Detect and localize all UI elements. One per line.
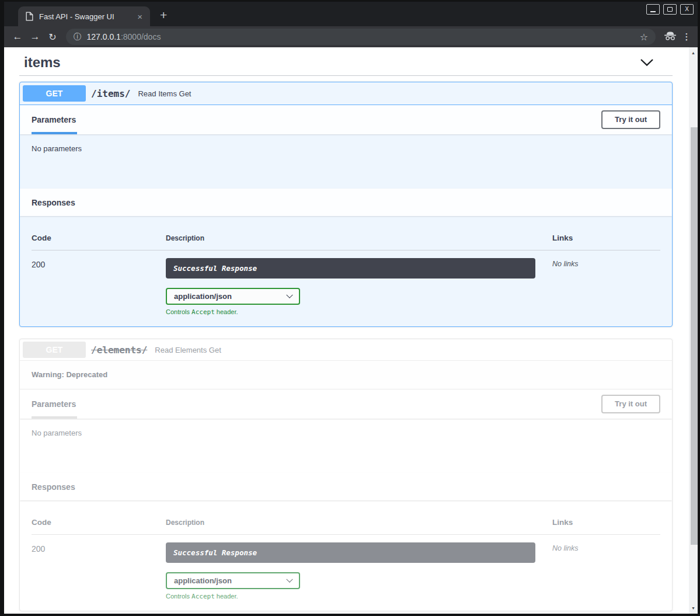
accept-header-note: Controls Accept header. xyxy=(166,308,552,316)
deprecated-warning: Warning: Deprecated xyxy=(20,361,672,389)
response-row: 200 Successful Response application/json… xyxy=(32,535,660,600)
accept-header-note: Controls Accept header. xyxy=(166,593,552,600)
description-column-header: Description xyxy=(166,234,552,242)
tab-close-icon[interactable]: × xyxy=(135,12,144,22)
links-column-header: Links xyxy=(552,518,660,527)
scroll-up-icon[interactable]: ▲ xyxy=(689,48,698,57)
page-content: ▲ ▼ items GET /items/ xyxy=(4,47,698,614)
tag-title: items xyxy=(24,54,61,71)
address-bar[interactable]: ⓘ 127.0.0.1:8000/docs ☆ xyxy=(66,29,656,45)
scrollbar-thumb[interactable] xyxy=(691,127,698,545)
no-parameters-text: No parameters xyxy=(32,144,82,153)
op-path: /elements/ xyxy=(91,344,147,356)
description-column-header: Description xyxy=(166,518,552,527)
scrollbar-track[interactable]: ▲ ▼ xyxy=(689,47,698,614)
opblock-summary[interactable]: GET /items/ Read Items Get xyxy=(20,82,672,105)
parameters-body: No parameters xyxy=(20,134,672,189)
window-close-button[interactable]: X xyxy=(680,4,694,15)
window-maximize-button[interactable] xyxy=(663,4,677,15)
parameters-tab-underline xyxy=(32,416,77,419)
select-chevron-icon xyxy=(286,291,292,298)
parameters-tab[interactable]: Parameters xyxy=(32,115,76,124)
response-code: 200 xyxy=(32,542,166,600)
window-body: Fast API - Swagger UI × + X ← → ↻ ⓘ 127.… xyxy=(4,2,698,614)
scroll-down-icon[interactable]: ▼ xyxy=(689,604,698,612)
window-controls: X xyxy=(646,4,694,15)
response-description-text: Successful Response xyxy=(173,548,257,557)
parameters-tab-underline xyxy=(32,132,77,134)
op-summary-text: Read Elements Get xyxy=(155,346,221,354)
new-tab-button[interactable]: + xyxy=(158,8,169,22)
browser-toolbar: ← → ↻ ⓘ 127.0.0.1:8000/docs ☆ ⋮ xyxy=(4,26,698,47)
opblock-get-elements-deprecated: GET /elements/ Read Elements Get Warning… xyxy=(19,339,673,611)
media-type-value: application/json xyxy=(174,292,232,301)
response-description-box: Successful Response xyxy=(166,542,535,563)
responses-title: Responses xyxy=(32,198,75,207)
url-text: 127.0.0.1:8000/docs xyxy=(87,32,161,41)
site-info-icon[interactable]: ⓘ xyxy=(74,32,82,42)
response-description-cell: Successful Response application/json Con… xyxy=(166,542,552,600)
parameters-header: Parameters Try it out xyxy=(20,389,672,419)
code-column-header: Code xyxy=(32,518,166,527)
url-path: :8000/docs xyxy=(121,32,161,41)
bookmark-star-icon[interactable]: ☆ xyxy=(640,32,648,43)
op-path: /items/ xyxy=(91,88,130,99)
response-description-box: Successful Response xyxy=(166,258,535,279)
method-badge: GET xyxy=(23,85,86,102)
responses-table: Code Description Links 200 Successful Re… xyxy=(20,500,672,611)
forward-icon[interactable]: → xyxy=(26,31,44,43)
parameters-header: Parameters Try it out xyxy=(20,105,672,134)
opblock-summary[interactable]: GET /elements/ Read Elements Get xyxy=(20,339,672,361)
parameters-body: No parameters xyxy=(20,419,672,473)
response-code: 200 xyxy=(32,258,166,316)
op-summary-text: Read Items Get xyxy=(138,89,191,98)
media-type-value: application/json xyxy=(174,576,232,585)
responses-header: Responses xyxy=(20,473,672,500)
responses-table-head: Code Description Links xyxy=(32,518,660,535)
incognito-icon xyxy=(663,32,678,43)
responses-title: Responses xyxy=(32,482,75,492)
minimize-icon xyxy=(650,11,656,12)
links-column-header: Links xyxy=(552,234,660,242)
collapse-chevron-icon[interactable] xyxy=(640,58,654,69)
responses-header: Responses xyxy=(20,189,672,216)
media-type-select[interactable]: application/json xyxy=(166,572,300,589)
responses-table: Code Description Links 200 Successful Re… xyxy=(20,216,672,326)
select-chevron-icon xyxy=(286,576,292,582)
code-column-header: Code xyxy=(32,234,166,242)
tag-divider xyxy=(19,75,673,76)
no-parameters-text: No parameters xyxy=(32,429,82,437)
back-icon[interactable]: ← xyxy=(9,31,26,43)
window-minimize-button[interactable] xyxy=(646,4,660,15)
maximize-icon xyxy=(667,7,673,12)
parameters-tab[interactable]: Parameters xyxy=(32,399,76,409)
page-favicon-icon xyxy=(26,12,33,21)
try-it-out-button[interactable]: Try it out xyxy=(601,110,660,130)
response-description-text: Successful Response xyxy=(173,264,257,273)
response-row: 200 Successful Response application/json… xyxy=(32,250,660,316)
method-badge: GET xyxy=(23,342,86,358)
swagger-content: items GET /items/ Read Items Get Par xyxy=(4,47,689,614)
response-description-cell: Successful Response application/json Con… xyxy=(166,258,552,316)
tag-section-header[interactable]: items xyxy=(19,47,673,73)
browser-tab[interactable]: Fast API - Swagger UI × xyxy=(18,6,150,26)
browser-window: Fast API - Swagger UI × + X ← → ↻ ⓘ 127.… xyxy=(0,0,700,616)
media-type-select[interactable]: application/json xyxy=(166,288,300,305)
url-host: 127.0.0.1 xyxy=(87,32,121,41)
tab-title: Fast API - Swagger UI xyxy=(39,12,132,21)
response-links: No links xyxy=(552,258,660,316)
response-links: No links xyxy=(552,542,660,600)
try-it-out-button[interactable]: Try it out xyxy=(601,395,660,414)
browser-titlebar: Fast API - Swagger UI × + X xyxy=(4,2,698,26)
reload-icon[interactable]: ↻ xyxy=(44,32,61,43)
opblock-get-items: GET /items/ Read Items Get Parameters Tr… xyxy=(19,82,673,327)
responses-table-head: Code Description Links xyxy=(32,234,660,250)
browser-menu-icon[interactable]: ⋮ xyxy=(680,32,693,42)
